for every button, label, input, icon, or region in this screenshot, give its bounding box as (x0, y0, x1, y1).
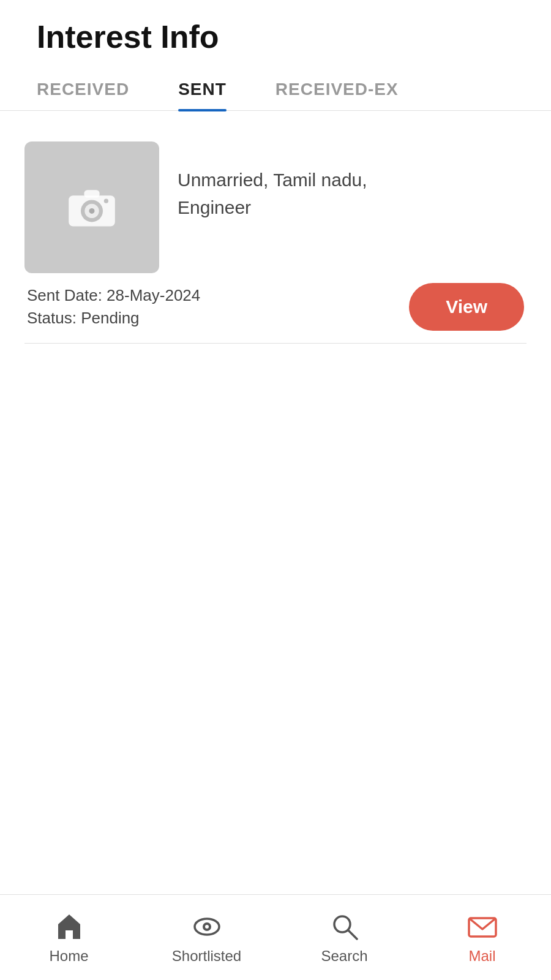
mail-label: Mail (468, 948, 495, 965)
mail-icon (467, 911, 498, 943)
profile-description: Unmarried, Tamil nadu,Engineer (178, 166, 367, 221)
profile-card: Unmarried, Tamil nadu,Engineer Sent Date… (24, 129, 527, 344)
camera-icon (64, 180, 119, 235)
header: Interest Info (0, 0, 551, 67)
tabs-container: RECEIVED SENT RECEIVED-EX (0, 67, 551, 111)
profile-top: Unmarried, Tamil nadu,Engineer (24, 141, 527, 273)
svg-point-8 (205, 925, 209, 929)
bottom-nav: Home Shortlisted Search (0, 894, 551, 980)
shortlisted-label: Shortlisted (172, 948, 241, 965)
profile-photo-placeholder (24, 141, 159, 273)
shortlisted-icon (191, 911, 223, 943)
search-icon (329, 911, 361, 943)
search-label: Search (321, 948, 367, 965)
home-icon (53, 911, 85, 943)
sent-date: Sent Date: 28-May-2024 (27, 286, 200, 305)
tab-sent[interactable]: SENT (178, 80, 227, 110)
view-button[interactable]: View (409, 283, 524, 331)
profile-info: Unmarried, Tamil nadu,Engineer (178, 141, 367, 221)
profile-meta: Sent Date: 28-May-2024 Status: Pending (27, 286, 200, 328)
nav-item-mail[interactable]: Mail (413, 911, 551, 965)
content-area: Unmarried, Tamil nadu,Engineer Sent Date… (0, 111, 551, 362)
profile-bottom: Sent Date: 28-May-2024 Status: Pending V… (24, 283, 527, 331)
svg-line-10 (348, 930, 357, 939)
page-title: Interest Info (37, 18, 514, 55)
nav-item-home[interactable]: Home (0, 911, 138, 965)
home-label: Home (49, 948, 88, 965)
status: Status: Pending (27, 309, 200, 328)
svg-rect-3 (84, 190, 99, 198)
nav-item-search[interactable]: Search (276, 911, 413, 965)
svg-point-4 (104, 198, 108, 203)
nav-item-shortlisted[interactable]: Shortlisted (138, 911, 276, 965)
svg-point-5 (89, 208, 95, 213)
tab-received-ex[interactable]: RECEIVED-EX (276, 80, 399, 110)
tab-received[interactable]: RECEIVED (37, 80, 129, 110)
